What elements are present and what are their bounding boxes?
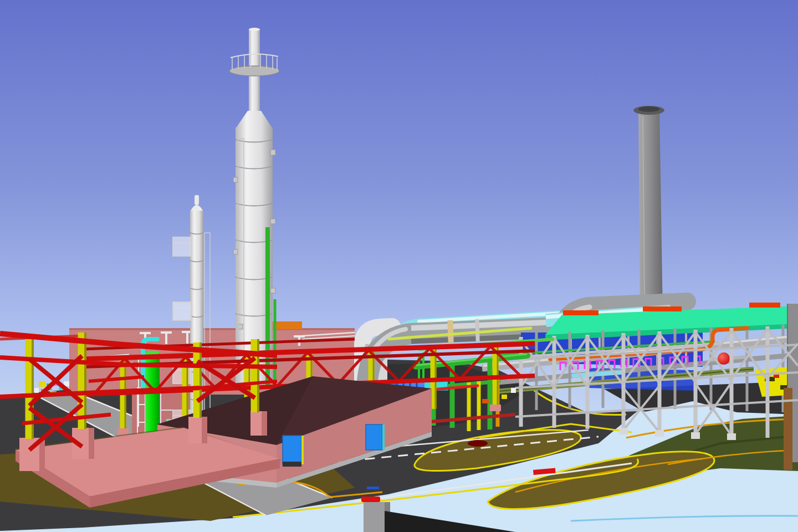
door[interactable]: [283, 436, 304, 467]
red-sphere-fitting: [718, 352, 730, 365]
door[interactable]: [366, 424, 385, 450]
plant-3d-viewport[interactable]: [0, 0, 798, 532]
